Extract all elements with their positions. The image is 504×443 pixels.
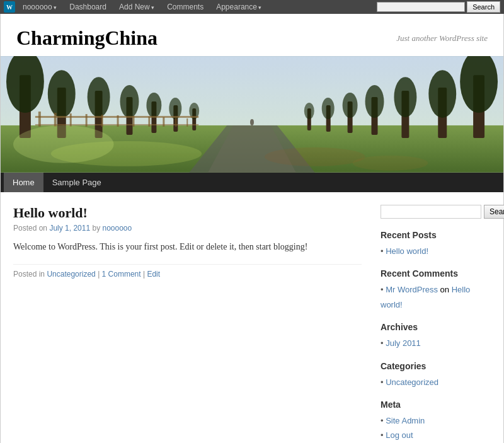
admin-search-input[interactable] [377,2,465,12]
sidebar-recent-posts-list: Hello world! [381,244,491,258]
post-body: Welcome to WordPress. This is your first… [13,240,362,254]
list-item: Hello world! [381,244,491,258]
svg-rect-38 [86,114,88,127]
site-header: CharmingChina Just another WordPress sit… [1,14,503,56]
svg-point-48 [51,141,202,166]
post-comment-link[interactable]: 1 Comment [102,270,141,279]
hero-image [1,56,503,173]
svg-rect-45 [186,118,188,127]
post-separator-1: | [98,270,100,279]
sidebar-search-input[interactable] [381,205,481,219]
post-separator-2: | [143,270,145,279]
svg-point-50 [353,156,428,171]
post-meta: Posted on July 1, 2011 by noooooo [13,224,362,233]
svg-point-26 [365,85,384,118]
sidebar-recent-comments-title: Recent Comments [381,268,491,279]
site-tagline: Just another WordPress site [396,33,488,43]
list-item: Mr WordPress on Hello world! [381,282,491,312]
svg-rect-40 [117,115,119,127]
post-edit-link[interactable]: Edit [147,270,160,279]
svg-point-32 [304,103,314,119]
svg-rect-39 [101,115,103,127]
sidebar-section-categories: Categories Uncategorized [381,361,491,389]
sidebar-section-recent-comments: Recent Comments Mr WordPress on Hello wo… [381,268,491,312]
svg-point-49 [265,147,365,166]
svg-rect-37 [70,113,72,127]
svg-rect-42 [148,117,150,127]
sidebar-recent-comments-list: Mr WordPress on Hello world! [381,282,491,312]
sidebar-meta-title: Meta [381,400,491,410]
nav-item-home[interactable]: Home [4,173,43,192]
sidebar-section-archives: Archives July 2011 [381,322,491,350]
sidebar-section-recent-posts: Recent Posts Hello world! [381,230,491,258]
sidebar-section-meta: Meta Site Admin Log out Entries RSS Comm… [381,400,491,443]
svg-point-10 [88,77,110,117]
admin-bar: W noooooo Dashboard Add New Comments App… [0,0,504,14]
sidebar-archives-list: July 2011 [381,336,491,350]
nav-item-sample-page[interactable]: Sample Page [43,173,110,192]
main-content: Hello world! Posted on July 1, 2011 by n… [13,205,362,443]
svg-point-46 [250,119,254,125]
svg-point-24 [394,77,416,117]
site-wrapper: CharmingChina Just another WordPress sit… [0,14,504,443]
archive-link-1[interactable]: July 2011 [386,338,421,348]
svg-point-22 [428,70,456,118]
admin-add-new[interactable]: Add New [114,1,159,13]
content-wrapper: Hello world! Posted on July 1, 2011 by n… [1,192,503,443]
post-title: Hello world! [13,205,362,221]
svg-rect-36 [54,113,57,127]
commenter-link[interactable]: Mr WordPress [386,285,438,294]
nav-link-home[interactable]: Home [4,173,43,192]
svg-point-28 [343,93,358,118]
recent-post-link-1[interactable]: Hello world! [386,246,428,256]
post-category-link[interactable]: Uncategorized [47,270,95,279]
sidebar-search-button[interactable]: Search [484,205,504,219]
sidebar-recent-posts-title: Recent Posts [381,230,491,240]
sidebar-archives-title: Archives [381,322,491,332]
post-footer-prefix: Posted in [13,270,45,279]
nav-link-sample-page[interactable]: Sample Page [43,173,110,192]
category-link-1[interactable]: Uncategorized [386,377,438,387]
admin-comments[interactable]: Comments [162,1,209,13]
svg-rect-41 [132,116,134,127]
svg-point-16 [169,98,181,119]
sidebar-categories-title: Categories [381,361,491,371]
admin-search-form: Search [377,1,500,13]
meta-logout-link[interactable]: Log out [386,430,413,440]
site-title: CharmingChina [16,26,158,50]
svg-rect-44 [175,118,176,127]
sidebar-meta-list: Site Admin Log out Entries RSS Comments … [381,413,491,443]
svg-point-14 [146,93,161,118]
post-footer: Posted in Uncategorized | 1 Comment | Ed… [13,264,362,279]
site-nav: Home Sample Page [1,173,503,192]
wp-logo: W [4,1,15,13]
post-by-text: by [92,224,100,233]
meta-site-admin-link[interactable]: Site Admin [386,416,425,425]
post-meta-prefix: Posted on [13,224,47,233]
sidebar: Search Recent Posts Hello world! Recent … [381,205,491,443]
svg-rect-43 [163,117,164,127]
admin-user-menu[interactable]: noooooo [18,1,62,13]
admin-search-button[interactable]: Search [467,1,500,13]
admin-dashboard[interactable]: Dashboard [64,1,112,13]
sidebar-categories-list: Uncategorized [381,375,491,389]
list-item: Site Admin [381,413,491,428]
post-date-link[interactable]: July 1, 2011 [49,224,90,233]
svg-point-12 [120,85,139,118]
post-author-link[interactable]: noooooo [102,224,132,233]
list-item: July 2011 [381,336,491,350]
sidebar-search-form: Search [381,205,491,219]
list-item: Log out [381,428,491,442]
svg-point-30 [322,98,335,119]
admin-appearance[interactable]: Appearance [211,1,266,13]
svg-rect-35 [38,112,41,127]
svg-point-8 [48,70,76,118]
list-item: Uncategorized [381,375,491,389]
